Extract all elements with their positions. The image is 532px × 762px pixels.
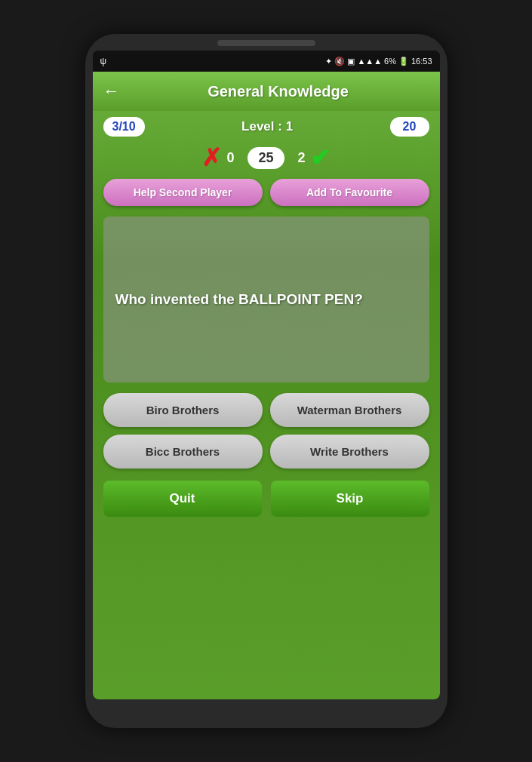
mute-icon: 🔇: [334, 57, 345, 66]
page-title: General Knowledge: [128, 83, 429, 100]
correct-stat: 2 ✔: [298, 146, 331, 170]
signal-icon: ▲▲▲: [357, 57, 382, 66]
answers-grid: Biro Brothers Waterman Brothers Bicc Bro…: [93, 386, 440, 476]
quit-button[interactable]: Quit: [103, 481, 262, 517]
wrong-stat: ✗ 0: [201, 146, 234, 170]
wrong-count: 0: [226, 150, 234, 166]
question-text: Who invented the BALLPOINT PEN?: [115, 291, 417, 308]
action-buttons-row: Help Second Player Add To Favourite: [93, 176, 440, 214]
status-bar: ψ ✦ 🔇 ▣ ▲▲▲ 6% 🔋 16:53: [93, 51, 440, 72]
phone-screen: ψ ✦ 🔇 ▣ ▲▲▲ 6% 🔋 16:53 ← General Knowled…: [93, 51, 440, 699]
app-content: ← General Knowledge 3/10 Level : 1 20 ✗ …: [93, 72, 440, 699]
speaker: [217, 40, 315, 46]
correct-count: 2: [298, 150, 306, 166]
time-display: 16:53: [411, 57, 432, 66]
top-bar: ← General Knowledge: [93, 72, 440, 111]
phone-frame: ψ ✦ 🔇 ▣ ▲▲▲ 6% 🔋 16:53 ← General Knowled…: [85, 34, 447, 728]
score-row: 3/10 Level : 1 20: [93, 111, 440, 143]
level-text: Level : 1: [241, 119, 293, 134]
battery-icon: 🔋: [398, 57, 409, 66]
answer-option-3[interactable]: Write Brothers: [270, 435, 429, 469]
stats-row: ✗ 0 25 2 ✔: [93, 143, 440, 176]
sim-icon: ▣: [347, 57, 355, 66]
back-button[interactable]: ←: [103, 81, 120, 101]
battery-text: 6%: [384, 57, 396, 66]
bottom-row: Quit Skip: [103, 481, 429, 517]
answer-option-0[interactable]: Biro Brothers: [103, 393, 263, 427]
status-icons: ✦ 🔇 ▣ ▲▲▲ 6% 🔋 16:53: [325, 57, 432, 66]
x-mark-icon: ✗: [201, 146, 222, 170]
answer-option-2[interactable]: Bicc Brothers: [103, 435, 263, 469]
usb-icon: ψ: [100, 56, 107, 66]
help-second-player-button[interactable]: Help Second Player: [103, 179, 263, 206]
score-badge: 20: [390, 117, 429, 137]
add-to-favourite-button[interactable]: Add To Favourite: [270, 179, 429, 206]
check-mark-icon: ✔: [310, 146, 331, 170]
status-left: ψ: [100, 56, 107, 66]
skip-button[interactable]: Skip: [271, 481, 429, 517]
question-box: Who invented the BALLPOINT PEN?: [103, 217, 429, 383]
progress-badge: 3/10: [103, 117, 145, 137]
timer-badge: 25: [248, 147, 284, 169]
answer-option-1[interactable]: Waterman Brothers: [270, 393, 429, 427]
bluetooth-icon: ✦: [325, 57, 332, 66]
